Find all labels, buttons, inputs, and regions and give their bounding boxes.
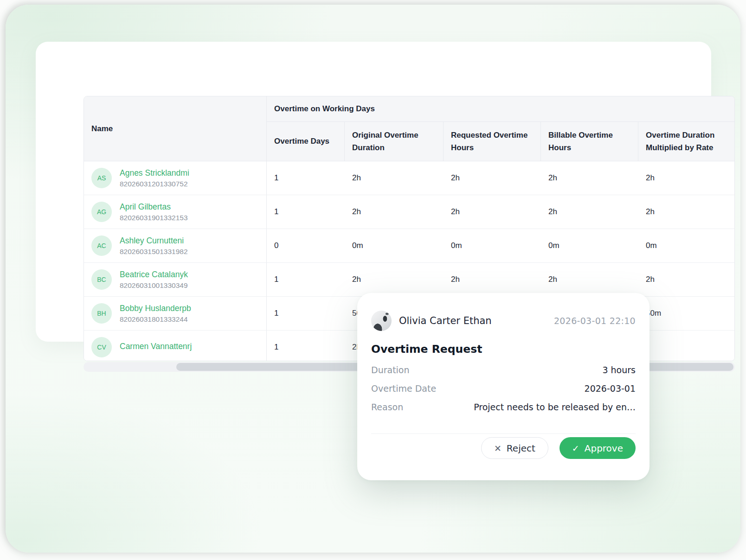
cell-billable-overtime-hours: 2h: [541, 161, 638, 195]
employee-name-link[interactable]: April Gilbertas: [120, 202, 188, 213]
request-title: Overtime Request: [371, 343, 482, 356]
column-header-overtime-duration-multiplied-by-rate: Overtime Duration Multiplied by Rate: [638, 122, 735, 161]
cell-original-overtime-duration: 2h: [345, 195, 444, 229]
cell-original-overtime-duration: 0m: [345, 229, 444, 263]
field-row-duration: Duration 3 hours: [371, 361, 636, 379]
cell-overtime-duration-multiplied-by-rate: 0m: [638, 229, 735, 263]
close-icon: ✕: [494, 443, 502, 453]
cell-overtime-duration-multiplied-by-rate: 50m: [638, 297, 735, 331]
cell-requested-overtime-hours: 2h: [444, 263, 541, 297]
employee-id: 82026031201330752: [120, 180, 189, 188]
avatar: AC: [91, 235, 112, 256]
employee-name-link[interactable]: Ashley Curnutteni: [120, 235, 188, 247]
field-value: Project needs to be released by en…: [474, 402, 636, 412]
cell-requested-overtime-hours: 2h: [444, 161, 541, 195]
approve-button-label: Approve: [585, 443, 623, 454]
cell-original-overtime-duration: 2h: [345, 161, 444, 195]
cell-requested-overtime-hours: 2h: [444, 195, 541, 229]
reject-button[interactable]: ✕ Reject: [481, 437, 548, 459]
employee-name-link[interactable]: Bobby Huslanderpb: [120, 303, 191, 314]
column-header-requested-overtime-hours: Requested Overtime Hours: [444, 122, 541, 161]
employee-id: 82026031801333244: [120, 315, 191, 324]
column-header-name: Name: [84, 96, 267, 161]
cell-overtime-days: 1: [267, 331, 345, 361]
requester-name: Olivia Carter Ethan: [399, 315, 492, 326]
cell-overtime-duration-multiplied-by-rate: [638, 331, 735, 361]
column-header-original-overtime-duration: Original Overtime Duration: [345, 122, 444, 161]
field-row-reason: Reason Project needs to be released by e…: [371, 398, 636, 416]
employee-id: 82026031501331982: [120, 248, 188, 256]
employee-id: 82026031001330349: [120, 281, 188, 290]
employee-id: 82026031901332153: [120, 214, 188, 222]
field-label: Overtime Date: [371, 383, 436, 394]
request-timestamp: 2026-03-01 22:10: [554, 316, 636, 326]
employee-name-link[interactable]: Beatrice Catalanyk: [120, 269, 188, 280]
request-fields: Duration 3 hours Overtime Date 2026-03-0…: [371, 361, 636, 416]
cell-original-overtime-duration: 2h: [345, 263, 444, 297]
screen: Name Overtime on Working Days Overtime D…: [0, 0, 746, 560]
cell-requested-overtime-hours: 0m: [444, 229, 541, 263]
column-header-billable-overtime-hours: Billable Overtime Hours: [541, 122, 638, 161]
avatar: CV: [91, 337, 112, 357]
group-header-overtime-working-days: Overtime on Working Days: [267, 96, 735, 122]
field-label: Duration: [371, 365, 410, 375]
table-row: AC Ashley Curnutteni 82026031501331982 0…: [84, 229, 735, 263]
cell-overtime-days: 1: [267, 195, 345, 229]
approve-button[interactable]: ✓ Approve: [560, 437, 636, 459]
reject-button-label: Reject: [507, 443, 535, 454]
cell-overtime-days: 0: [267, 229, 345, 263]
overtime-request-card: Olivia Carter Ethan 2026-03-01 22:10 Ove…: [357, 293, 650, 480]
check-icon: ✓: [572, 443, 579, 453]
table-row: AG April Gilbertas 82026031901332153 1 2…: [84, 195, 735, 229]
avatar: AG: [91, 202, 112, 222]
cell-overtime-days: 1: [267, 161, 345, 195]
table-row: AS Agnes Stricklandmi 82026031201330752 …: [84, 161, 735, 195]
requester-avatar: [371, 311, 392, 331]
avatar: BC: [91, 269, 112, 290]
cell-overtime-days: 1: [267, 263, 345, 297]
column-header-overtime-days: Overtime Days: [267, 122, 345, 161]
cell-overtime-duration-multiplied-by-rate: 2h: [638, 161, 735, 195]
field-row-overtime-date: Overtime Date 2026-03-01: [371, 379, 636, 398]
cell-overtime-duration-multiplied-by-rate: 2h: [638, 263, 735, 297]
cell-billable-overtime-hours: 2h: [541, 263, 638, 297]
avatar: AS: [91, 168, 112, 188]
employee-name-link[interactable]: Carmen Vannattenrj: [120, 341, 192, 352]
avatar: BH: [91, 303, 112, 324]
field-value: 2026-03-01: [585, 383, 636, 394]
table-row: BC Beatrice Catalanyk 82026031001330349 …: [84, 263, 735, 297]
cell-billable-overtime-hours: 0m: [541, 229, 638, 263]
cell-overtime-duration-multiplied-by-rate: 2h: [638, 195, 735, 229]
employee-name-link[interactable]: Agnes Stricklandmi: [120, 168, 189, 179]
card-divider: [371, 433, 636, 434]
cell-billable-overtime-hours: 2h: [541, 195, 638, 229]
field-value: 3 hours: [602, 365, 636, 375]
field-label: Reason: [371, 402, 403, 412]
cell-overtime-days: 1: [267, 297, 345, 331]
